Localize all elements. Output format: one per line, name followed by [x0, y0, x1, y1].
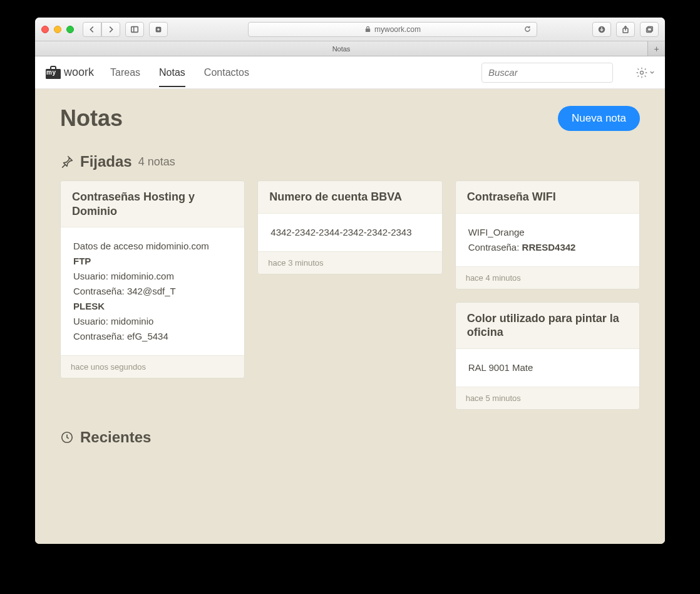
card-line: 4342-2342-2344-2342-2342-2343 [270, 225, 429, 240]
card-title: Contraseña WIFI [467, 190, 628, 204]
card-body: RAL 9001 Mate [456, 349, 639, 387]
app-viewport: my woork Tareas Notas Contactos Notas Nu… [35, 56, 665, 544]
card-title: Numero de cuenta BBVA [269, 190, 430, 204]
clock-icon [60, 430, 74, 444]
privacy-button[interactable] [149, 22, 168, 37]
chevron-down-icon [649, 70, 655, 75]
toolbar-right [592, 22, 659, 37]
close-window-icon[interactable] [41, 26, 49, 33]
downloads-button[interactable] [592, 22, 611, 37]
title-row: Notas Nueva nota [60, 105, 640, 132]
gear-icon [636, 66, 648, 79]
note-card[interactable]: Contraseña WIFI WIFI_Orange Contraseña: … [455, 180, 640, 289]
card-body: WIFI_Orange Contraseña: RRESD4342 [456, 214, 639, 266]
sidebar-toggle-button[interactable] [125, 22, 144, 37]
card-line: Contraseña: efG_5434 [73, 329, 232, 344]
browser-toolbar: mywoork.com [35, 18, 665, 41]
briefcase-icon: my [45, 66, 61, 80]
svg-point-10 [641, 71, 644, 74]
card-line: Usuario: midominio [73, 314, 232, 329]
reload-icon[interactable] [523, 25, 532, 33]
browser-tab[interactable]: Notas [35, 41, 647, 56]
address-bar[interactable]: mywoork.com [248, 22, 537, 37]
note-card[interactable]: Numero de cuenta BBVA 4342-2342-2344-234… [257, 180, 442, 274]
card-title: Color utilizado para pintar la oficina [467, 311, 628, 340]
nav-history-buttons [83, 22, 120, 37]
tabs-button[interactable] [640, 22, 659, 37]
page-title: Notas [60, 105, 123, 132]
back-button[interactable] [83, 22, 101, 37]
pinned-section-header: Fijadas 4 notas [60, 153, 640, 170]
browser-window: mywoork.com Notas + my woork Tareas Nota [35, 18, 665, 544]
logo-text: woork [64, 66, 94, 79]
new-tab-button[interactable]: + [647, 41, 665, 56]
card-timestamp: hace 4 minutos [456, 266, 639, 289]
pinned-label: Fijadas [80, 153, 132, 170]
page-content: Notas Nueva nota Fijadas 4 notas Contras… [35, 89, 665, 544]
app-logo[interactable]: my woork [45, 66, 94, 80]
pin-icon [60, 155, 74, 169]
new-note-button[interactable]: Nueva nota [558, 106, 640, 131]
logo-prefix: my [46, 69, 56, 76]
svg-point-3 [157, 28, 160, 31]
search-input[interactable] [481, 63, 613, 83]
card-body: 4342-2342-2344-2342-2342-2343 [258, 214, 441, 251]
card-line: WIFI_Orange [468, 225, 627, 240]
card-line: FTP [73, 254, 232, 269]
app-navbar: my woork Tareas Notas Contactos [35, 56, 665, 89]
note-card[interactable]: Color utilizado para pintar la oficina R… [455, 302, 640, 410]
pinned-count: 4 notas [138, 155, 175, 169]
minimize-window-icon[interactable] [54, 26, 61, 33]
svg-rect-4 [366, 29, 370, 33]
nav-links: Tareas Notas Contactos [110, 58, 249, 87]
recent-section-header: Recientes [60, 429, 640, 446]
lock-icon [364, 26, 371, 33]
card-body: Datos de acceso midominio.com FTP Usuari… [61, 227, 244, 355]
card-line: Usuario: midominio.com [73, 269, 232, 284]
recent-label: Recientes [80, 429, 151, 446]
share-button[interactable] [616, 22, 635, 37]
maximize-window-icon[interactable] [66, 26, 74, 33]
url-text: mywoork.com [374, 25, 421, 34]
forward-button[interactable] [101, 22, 120, 37]
card-timestamp: hace unos segundos [61, 355, 244, 378]
browser-tabbar: Notas + [35, 41, 665, 56]
nav-tareas[interactable]: Tareas [110, 58, 140, 87]
note-card[interactable]: Contraseñas Hosting y Dominio Datos de a… [60, 180, 245, 378]
window-controls [41, 26, 74, 33]
card-title: Contraseñas Hosting y Dominio [72, 190, 233, 218]
card-line: PLESK [73, 299, 232, 314]
svg-rect-0 [131, 26, 138, 32]
nav-notas[interactable]: Notas [159, 58, 185, 87]
pinned-grid: Contraseñas Hosting y Dominio Datos de a… [60, 180, 640, 410]
card-timestamp: hace 5 minutos [456, 387, 639, 409]
grid-column: Contraseña WIFI WIFI_Orange Contraseña: … [455, 180, 640, 410]
card-line: Datos de acceso midominio.com [73, 239, 232, 254]
card-line: RAL 9001 Mate [468, 360, 627, 375]
settings-menu[interactable] [629, 66, 655, 79]
card-line: Contraseña: 342@sdf_T [73, 284, 232, 299]
card-timestamp: hace 3 minutos [258, 251, 441, 274]
card-line: Contraseña: RRESD4342 [468, 240, 627, 255]
tab-title: Notas [332, 45, 351, 53]
nav-contactos[interactable]: Contactos [204, 58, 249, 87]
